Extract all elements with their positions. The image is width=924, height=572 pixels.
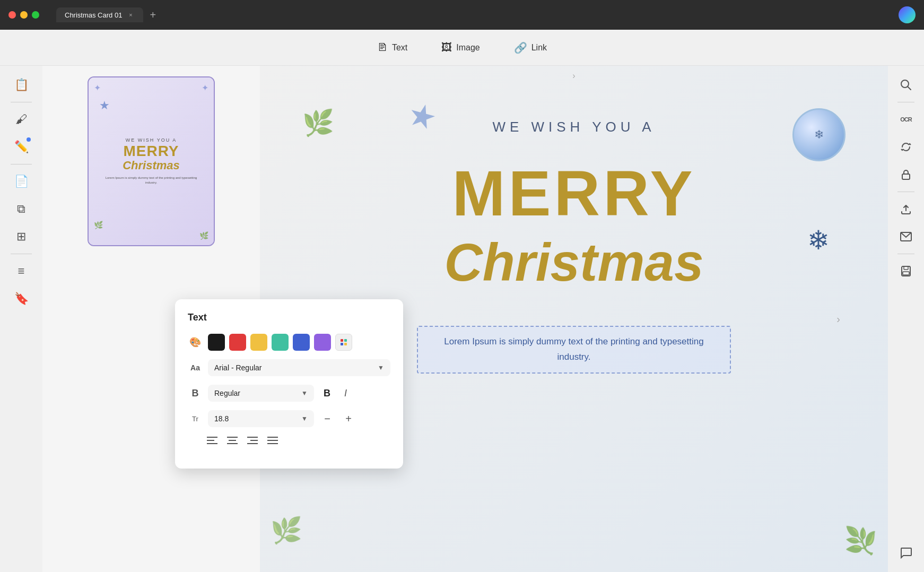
sidebar-book-icon[interactable]: 📋 xyxy=(8,72,34,98)
sidebar-page-icon[interactable]: 📄 xyxy=(8,169,34,194)
bold-icon: B xyxy=(188,386,203,401)
sidebar-divider-2 xyxy=(11,164,32,164)
svg-rect-18 xyxy=(902,174,910,179)
italic-button[interactable]: I xyxy=(340,386,351,401)
color-black[interactable] xyxy=(208,334,225,351)
sidebar-divider-1 xyxy=(11,102,32,102)
color-blue[interactable] xyxy=(293,334,310,351)
new-tab-button[interactable]: + xyxy=(150,9,156,21)
thumb-merry: MERRY xyxy=(123,144,179,159)
thumb-snowflake-2: ✦ xyxy=(202,83,208,93)
thumb-star: ★ xyxy=(99,99,110,112)
canvas-nav-right[interactable]: › xyxy=(836,313,840,325)
titlebar: Christmas Card 01 × + xyxy=(0,0,924,30)
more-colors-button[interactable] xyxy=(335,334,352,351)
sidebar-bookmark-icon[interactable]: 🔖 xyxy=(8,286,34,311)
text-tool-label: Text xyxy=(392,43,407,53)
thumbnail-inner: ✦ ✦ ★ 🌿 🌿 WE WISH YOU A MERRY Christmas … xyxy=(89,77,214,245)
sidebar-save-icon[interactable] xyxy=(893,258,919,284)
svg-rect-3 xyxy=(344,343,347,345)
sidebar-mail-icon[interactable] xyxy=(893,224,919,249)
thumb-leaf: 🌿 xyxy=(94,221,103,229)
sidebar-upload-icon[interactable] xyxy=(893,196,919,222)
text-panel: Text 🎨 xyxy=(175,299,403,469)
bold-button[interactable]: B xyxy=(319,386,335,401)
sidebar-edit-icon[interactable]: ✏️ xyxy=(8,134,34,160)
traffic-lights xyxy=(8,11,39,19)
size-decrease-button[interactable]: − xyxy=(319,411,335,427)
text-tool-icon: 🖹 xyxy=(377,41,388,54)
avatar[interactable] xyxy=(899,6,916,23)
align-justify-button[interactable] xyxy=(267,436,278,447)
size-dropdown-arrow: ▼ xyxy=(301,415,308,422)
svg-rect-1 xyxy=(344,339,347,342)
right-sidebar-divider-3 xyxy=(897,254,914,254)
svg-rect-22 xyxy=(903,272,909,275)
sidebar-ocr-button[interactable]: OCR xyxy=(893,107,919,132)
right-sidebar-divider-1 xyxy=(897,102,914,102)
align-left-button[interactable] xyxy=(207,436,217,447)
link-tool-label: Link xyxy=(531,43,547,53)
card-merry-container: MERRY xyxy=(388,161,760,225)
left-sidebar: 📋 🖌 ✏️ 📄 ⧉ ⊞ ≡ 🔖 xyxy=(0,66,42,572)
thumb-we-wish: WE WISH YOU A xyxy=(126,137,177,143)
canvas-nav-up[interactable]: › xyxy=(572,71,575,81)
minimize-button[interactable] xyxy=(20,11,28,19)
font-label-icon: Aa xyxy=(188,360,203,375)
font-select[interactable]: Arial - Regular ▼ xyxy=(208,359,390,376)
size-row: Tr 18.8 ▼ − + xyxy=(188,410,390,427)
align-center-button[interactable] xyxy=(227,436,238,447)
weight-dropdown-arrow: ▼ xyxy=(301,389,308,397)
thumb-christmas: Christmas xyxy=(123,159,180,172)
color-swatches xyxy=(208,334,352,351)
image-tool-button[interactable]: 🖼 Image xyxy=(433,37,488,58)
size-input[interactable]: 18.8 ▼ xyxy=(208,410,314,427)
svg-rect-0 xyxy=(341,339,343,342)
right-sidebar: OCR xyxy=(888,66,924,572)
image-tool-icon: 🖼 xyxy=(441,41,452,54)
link-tool-button[interactable]: 🔗 Link xyxy=(505,37,555,58)
main-area: 📋 🖌 ✏️ 📄 ⧉ ⊞ ≡ 🔖 ✦ ✦ ★ 🌿 🌿 WE WISH YOU A… xyxy=(0,66,924,572)
color-yellow[interactable] xyxy=(250,334,267,351)
tab-christmas-card[interactable]: Christmas Card 01 × xyxy=(56,7,143,22)
sidebar-paint-icon[interactable]: 🖌 xyxy=(8,107,34,132)
sidebar-copy-icon[interactable]: ⧉ xyxy=(8,196,34,222)
color-red[interactable] xyxy=(229,334,246,351)
card-we-wish: WE WISH YOU A xyxy=(415,119,733,135)
sidebar-lock-icon[interactable] xyxy=(893,162,919,187)
deco-leaf-top: 🌿 xyxy=(302,108,334,138)
sidebar-refresh-icon[interactable] xyxy=(893,134,919,160)
size-value: 18.8 xyxy=(214,414,229,423)
align-right-button[interactable] xyxy=(247,436,258,447)
svg-line-17 xyxy=(908,86,911,90)
thumbnail-card[interactable]: ✦ ✦ ★ 🌿 🌿 WE WISH YOU A MERRY Christmas … xyxy=(88,76,215,246)
size-increase-button[interactable]: + xyxy=(341,411,356,427)
sidebar-grid-icon[interactable]: ⊞ xyxy=(8,224,34,249)
sidebar-search-icon[interactable] xyxy=(893,72,919,98)
sidebar-chat-icon[interactable] xyxy=(893,540,919,566)
maximize-button[interactable] xyxy=(32,11,39,19)
right-sidebar-divider-2 xyxy=(897,192,914,192)
color-purple[interactable] xyxy=(314,334,331,351)
close-button[interactable] xyxy=(8,11,16,19)
link-tool-icon: 🔗 xyxy=(514,41,527,54)
color-teal[interactable] xyxy=(272,334,289,351)
tab-close-button[interactable]: × xyxy=(126,11,135,19)
sidebar-layers-icon[interactable]: ≡ xyxy=(8,258,34,284)
size-icon: Tr xyxy=(188,411,203,426)
ornament-snowflake: ❄ xyxy=(814,128,824,142)
deco-leaf-bottom-left: 🌿 xyxy=(271,516,302,545)
sidebar-divider-3 xyxy=(11,254,32,254)
lorem-text-box[interactable]: Lorem Ipsum is simply dummy text of the … xyxy=(417,326,731,374)
deco-snowflake-large: ❄ xyxy=(807,225,830,256)
deco-leaf-bottom-right: 🌿 xyxy=(844,525,877,556)
svg-rect-2 xyxy=(341,343,343,345)
color-row: 🎨 xyxy=(188,334,390,351)
weight-select[interactable]: Regular ▼ xyxy=(208,385,314,402)
text-panel-title: Text xyxy=(188,312,390,323)
thumb-snowflake-1: ✦ xyxy=(94,83,101,93)
font-value: Arial - Regular xyxy=(214,363,261,372)
text-tool-button[interactable]: 🖹 Text xyxy=(369,37,416,58)
card-merry: MERRY xyxy=(388,161,760,225)
font-row: Aa Arial - Regular ▼ xyxy=(188,359,390,376)
